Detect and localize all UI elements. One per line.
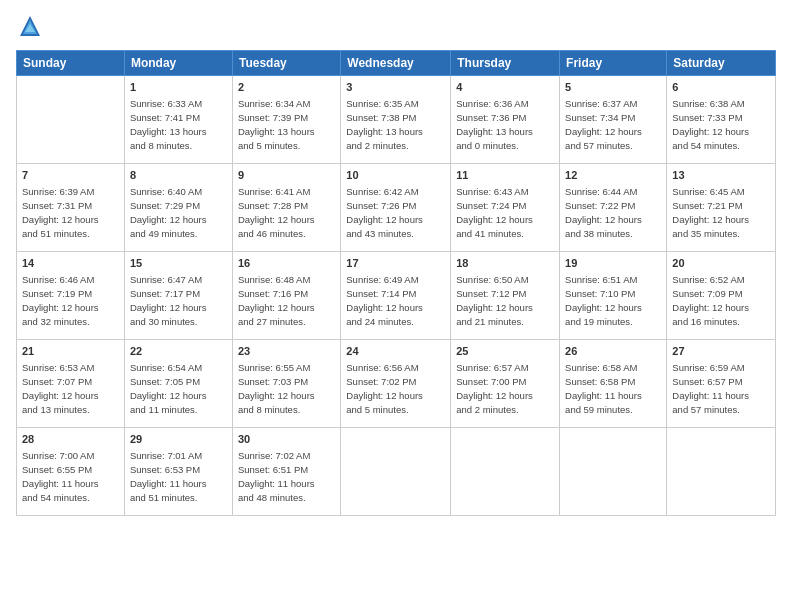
day-info: Sunrise: 6:40 AM Sunset: 7:29 PM Dayligh…	[130, 185, 227, 240]
day-info: Sunrise: 6:44 AM Sunset: 7:22 PM Dayligh…	[565, 185, 661, 240]
logo	[16, 12, 48, 40]
day-info: Sunrise: 6:50 AM Sunset: 7:12 PM Dayligh…	[456, 273, 554, 328]
day-info: Sunrise: 6:58 AM Sunset: 6:58 PM Dayligh…	[565, 361, 661, 416]
calendar-cell	[17, 76, 125, 164]
day-info: Sunrise: 6:35 AM Sunset: 7:38 PM Dayligh…	[346, 97, 445, 152]
day-number: 13	[672, 168, 770, 183]
day-number: 22	[130, 344, 227, 359]
calendar-header: SundayMondayTuesdayWednesdayThursdayFrid…	[17, 51, 776, 76]
weekday-header-sunday: Sunday	[17, 51, 125, 76]
calendar-cell	[667, 428, 776, 516]
calendar-cell: 9Sunrise: 6:41 AM Sunset: 7:28 PM Daylig…	[232, 164, 340, 252]
calendar-cell: 24Sunrise: 6:56 AM Sunset: 7:02 PM Dayli…	[341, 340, 451, 428]
day-number: 16	[238, 256, 335, 271]
calendar-week-row: 28Sunrise: 7:00 AM Sunset: 6:55 PM Dayli…	[17, 428, 776, 516]
calendar-cell: 10Sunrise: 6:42 AM Sunset: 7:26 PM Dayli…	[341, 164, 451, 252]
day-info: Sunrise: 6:37 AM Sunset: 7:34 PM Dayligh…	[565, 97, 661, 152]
calendar-cell: 7Sunrise: 6:39 AM Sunset: 7:31 PM Daylig…	[17, 164, 125, 252]
calendar-cell: 27Sunrise: 6:59 AM Sunset: 6:57 PM Dayli…	[667, 340, 776, 428]
day-info: Sunrise: 6:43 AM Sunset: 7:24 PM Dayligh…	[456, 185, 554, 240]
day-number: 11	[456, 168, 554, 183]
weekday-header-saturday: Saturday	[667, 51, 776, 76]
day-info: Sunrise: 6:56 AM Sunset: 7:02 PM Dayligh…	[346, 361, 445, 416]
day-info: Sunrise: 6:39 AM Sunset: 7:31 PM Dayligh…	[22, 185, 119, 240]
day-number: 24	[346, 344, 445, 359]
weekday-header-thursday: Thursday	[451, 51, 560, 76]
day-number: 15	[130, 256, 227, 271]
day-info: Sunrise: 6:48 AM Sunset: 7:16 PM Dayligh…	[238, 273, 335, 328]
day-number: 21	[22, 344, 119, 359]
day-info: Sunrise: 6:54 AM Sunset: 7:05 PM Dayligh…	[130, 361, 227, 416]
day-number: 29	[130, 432, 227, 447]
calendar-cell: 30Sunrise: 7:02 AM Sunset: 6:51 PM Dayli…	[232, 428, 340, 516]
calendar-cell: 23Sunrise: 6:55 AM Sunset: 7:03 PM Dayli…	[232, 340, 340, 428]
calendar-week-row: 1Sunrise: 6:33 AM Sunset: 7:41 PM Daylig…	[17, 76, 776, 164]
calendar-cell: 14Sunrise: 6:46 AM Sunset: 7:19 PM Dayli…	[17, 252, 125, 340]
day-number: 7	[22, 168, 119, 183]
calendar-cell: 6Sunrise: 6:38 AM Sunset: 7:33 PM Daylig…	[667, 76, 776, 164]
day-number: 27	[672, 344, 770, 359]
weekday-header-friday: Friday	[560, 51, 667, 76]
day-number: 20	[672, 256, 770, 271]
calendar-cell: 21Sunrise: 6:53 AM Sunset: 7:07 PM Dayli…	[17, 340, 125, 428]
logo-icon	[16, 12, 44, 40]
calendar-week-row: 14Sunrise: 6:46 AM Sunset: 7:19 PM Dayli…	[17, 252, 776, 340]
day-info: Sunrise: 7:01 AM Sunset: 6:53 PM Dayligh…	[130, 449, 227, 504]
weekday-header-monday: Monday	[124, 51, 232, 76]
page-header	[16, 12, 776, 40]
day-number: 2	[238, 80, 335, 95]
weekday-header-tuesday: Tuesday	[232, 51, 340, 76]
calendar-cell	[451, 428, 560, 516]
calendar-cell: 5Sunrise: 6:37 AM Sunset: 7:34 PM Daylig…	[560, 76, 667, 164]
calendar-cell: 19Sunrise: 6:51 AM Sunset: 7:10 PM Dayli…	[560, 252, 667, 340]
day-number: 9	[238, 168, 335, 183]
day-info: Sunrise: 6:57 AM Sunset: 7:00 PM Dayligh…	[456, 361, 554, 416]
day-number: 5	[565, 80, 661, 95]
day-info: Sunrise: 6:53 AM Sunset: 7:07 PM Dayligh…	[22, 361, 119, 416]
day-info: Sunrise: 6:49 AM Sunset: 7:14 PM Dayligh…	[346, 273, 445, 328]
day-number: 26	[565, 344, 661, 359]
day-info: Sunrise: 6:52 AM Sunset: 7:09 PM Dayligh…	[672, 273, 770, 328]
day-number: 12	[565, 168, 661, 183]
calendar-cell: 29Sunrise: 7:01 AM Sunset: 6:53 PM Dayli…	[124, 428, 232, 516]
calendar-cell: 8Sunrise: 6:40 AM Sunset: 7:29 PM Daylig…	[124, 164, 232, 252]
calendar-cell: 18Sunrise: 6:50 AM Sunset: 7:12 PM Dayli…	[451, 252, 560, 340]
day-info: Sunrise: 6:41 AM Sunset: 7:28 PM Dayligh…	[238, 185, 335, 240]
day-info: Sunrise: 6:33 AM Sunset: 7:41 PM Dayligh…	[130, 97, 227, 152]
day-info: Sunrise: 6:34 AM Sunset: 7:39 PM Dayligh…	[238, 97, 335, 152]
day-number: 25	[456, 344, 554, 359]
weekday-header-row: SundayMondayTuesdayWednesdayThursdayFrid…	[17, 51, 776, 76]
day-number: 30	[238, 432, 335, 447]
day-info: Sunrise: 6:38 AM Sunset: 7:33 PM Dayligh…	[672, 97, 770, 152]
day-info: Sunrise: 6:47 AM Sunset: 7:17 PM Dayligh…	[130, 273, 227, 328]
page-container: SundayMondayTuesdayWednesdayThursdayFrid…	[0, 0, 792, 612]
day-number: 14	[22, 256, 119, 271]
calendar-cell: 11Sunrise: 6:43 AM Sunset: 7:24 PM Dayli…	[451, 164, 560, 252]
calendar-cell: 2Sunrise: 6:34 AM Sunset: 7:39 PM Daylig…	[232, 76, 340, 164]
calendar-cell: 26Sunrise: 6:58 AM Sunset: 6:58 PM Dayli…	[560, 340, 667, 428]
day-info: Sunrise: 6:55 AM Sunset: 7:03 PM Dayligh…	[238, 361, 335, 416]
calendar-cell: 16Sunrise: 6:48 AM Sunset: 7:16 PM Dayli…	[232, 252, 340, 340]
day-info: Sunrise: 6:51 AM Sunset: 7:10 PM Dayligh…	[565, 273, 661, 328]
day-info: Sunrise: 6:46 AM Sunset: 7:19 PM Dayligh…	[22, 273, 119, 328]
calendar-week-row: 7Sunrise: 6:39 AM Sunset: 7:31 PM Daylig…	[17, 164, 776, 252]
calendar-week-row: 21Sunrise: 6:53 AM Sunset: 7:07 PM Dayli…	[17, 340, 776, 428]
day-number: 19	[565, 256, 661, 271]
day-number: 1	[130, 80, 227, 95]
calendar-cell: 13Sunrise: 6:45 AM Sunset: 7:21 PM Dayli…	[667, 164, 776, 252]
calendar-cell: 3Sunrise: 6:35 AM Sunset: 7:38 PM Daylig…	[341, 76, 451, 164]
day-info: Sunrise: 6:59 AM Sunset: 6:57 PM Dayligh…	[672, 361, 770, 416]
day-number: 8	[130, 168, 227, 183]
day-number: 4	[456, 80, 554, 95]
calendar-table: SundayMondayTuesdayWednesdayThursdayFrid…	[16, 50, 776, 516]
calendar-cell: 1Sunrise: 6:33 AM Sunset: 7:41 PM Daylig…	[124, 76, 232, 164]
day-info: Sunrise: 7:02 AM Sunset: 6:51 PM Dayligh…	[238, 449, 335, 504]
day-info: Sunrise: 6:42 AM Sunset: 7:26 PM Dayligh…	[346, 185, 445, 240]
calendar-cell: 20Sunrise: 6:52 AM Sunset: 7:09 PM Dayli…	[667, 252, 776, 340]
day-number: 23	[238, 344, 335, 359]
calendar-cell: 22Sunrise: 6:54 AM Sunset: 7:05 PM Dayli…	[124, 340, 232, 428]
calendar-cell: 15Sunrise: 6:47 AM Sunset: 7:17 PM Dayli…	[124, 252, 232, 340]
day-info: Sunrise: 6:45 AM Sunset: 7:21 PM Dayligh…	[672, 185, 770, 240]
day-number: 6	[672, 80, 770, 95]
calendar-cell	[341, 428, 451, 516]
